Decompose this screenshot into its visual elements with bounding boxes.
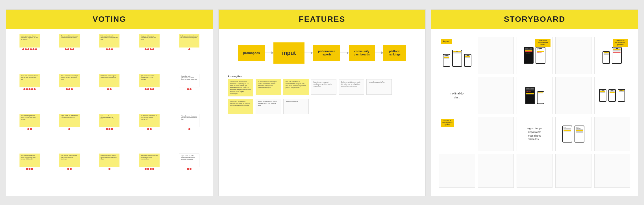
phone-price: R$120,00 — [525, 87, 535, 104]
sticky-note: Temporibus autem quibusdam officiis debi… — [139, 154, 160, 167]
list-item: Quis autem vel eum iure reprehenderit qu… — [131, 74, 168, 111]
list-item: Quis autem vel eum iure reprehenderit qu… — [91, 114, 128, 151]
list-item: Nam libero tempore cum soluta nobis elig… — [11, 154, 48, 191]
flow-node-community: community dashboards — [349, 45, 375, 61]
list-item: At vero eos et accusamus et iusto odio d… — [131, 114, 168, 151]
list-item: Itaque earum rerum hic tenetur a sapient… — [51, 114, 88, 151]
mind-map-section: Promoções Lorem ipsum dolor sit amet con… — [224, 75, 421, 114]
mind-nodes: Lorem ipsum dolor sit amet consectetur a… — [228, 79, 416, 114]
sticky-note: Excepteur sint occaecat cupidatat non pr… — [139, 34, 160, 48]
flow-node-input: input — [273, 42, 304, 64]
sb-tag-right: seleção derecompensasem dia — [535, 39, 551, 47]
sb-cell-text-nofinal: no final dodia... — [439, 77, 475, 114]
sb-cell-blank-8 — [478, 154, 514, 188]
phone-icon-small — [537, 91, 544, 104]
phones-group — [442, 49, 472, 67]
sticky-note: At vero eos et accusamus et iusto odio d… — [139, 114, 160, 127]
sb-cell-blank-4 — [555, 77, 591, 114]
mind-note: Lorem ipsum dolor sit amet consectetur a… — [228, 79, 253, 96]
phones-group-3 — [602, 46, 622, 64]
sticky-note-white: Itaque earum rerum hic tenetur sapiente … — [179, 154, 199, 167]
sb-cell-blank-5 — [478, 117, 514, 151]
sb-cell-blank — [478, 37, 514, 74]
sb-cell-blank-6 — [594, 117, 630, 151]
phone-icon-large — [612, 47, 622, 64]
storyboard-grid: input — [436, 34, 633, 191]
phone-chat-1: Chat — [562, 126, 572, 143]
voting-header: VOTING — [6, 10, 213, 29]
sb-cell-blank-7 — [439, 154, 475, 188]
flow-node-performance: performance reports — [313, 45, 340, 61]
sticky-note: Duis aute irure dolor in reprehenderit i… — [99, 34, 119, 48]
sticky-note: Nemo enim ipsam voluptatem quia voluptas… — [19, 74, 40, 87]
list-item: Lorem ipsum dolor sit amet consectetur a… — [11, 34, 48, 71]
sb-cell-blank-3 — [478, 77, 514, 114]
sb-text-algum: algum tempodepois commais dadoscoletados… — [526, 125, 543, 142]
flow-node-promocoes: promoções — [238, 45, 265, 61]
sb-cell-blank-2 — [555, 37, 591, 74]
mind-note: Duis aute irure dolor in reprehenderit i… — [283, 79, 309, 95]
voting-body: Lorem ipsum dolor sit amet consectetur a… — [6, 29, 213, 196]
flow-arrow-3 — [340, 53, 349, 53]
list-item: Itaque earum rerum hic tenetur sapiente … — [171, 154, 208, 191]
storyboard-title: STORYBOARD — [437, 15, 632, 24]
sticky-note-highlight: Quis autem vel eum iure reprehenderit qu… — [99, 114, 119, 127]
flow-node-platform: platform rankings — [383, 45, 406, 61]
features-title: FEATURES — [224, 15, 420, 24]
list-item: Temporibus autem quibusdam officiis debi… — [131, 154, 168, 191]
sticky-note: Quis autem vel eum iure reprehenderit qu… — [139, 74, 160, 87]
sticky-note-white: Temporibus autem quibusdam et aut offici… — [179, 74, 199, 87]
sb-cell-gastos: seleção derecompensasgastos! — [439, 117, 475, 151]
sb-input-tag: input — [441, 39, 452, 44]
storyboard-panel: STORYBOARD input — [431, 9, 638, 196]
panels-container: VOTING Lorem ipsum dolor sit amet consec… — [6, 9, 638, 196]
sticky-note: Ut labore et dolore magnam aliquam quaer… — [99, 74, 119, 87]
sb-cell-algum: algum tempodepois commais dadoscoletados… — [517, 117, 552, 151]
sb-cell-blank-11 — [594, 154, 630, 188]
sticky-note-white: Finibus bonorum et malorum quis nostrum … — [179, 114, 199, 127]
sticky-note: Ut enim ad minima veniam quis nostrum ex… — [99, 154, 119, 167]
list-item: Nemo enim ipsam voluptatem quia voluptas… — [11, 74, 48, 111]
features-body: promoções input performance reports comm… — [219, 29, 426, 196]
features-panel: FEATURES promoções input performance rep… — [218, 9, 426, 196]
mind-note-white: Excepteur sint occaecat cupidatat non pr… — [311, 79, 336, 95]
sb-text-nofinal: no final dodia... — [449, 90, 465, 101]
flow-arrow-4 — [375, 53, 383, 53]
mind-note-white: Nam libero tempore... — [283, 99, 309, 114]
phone-icon — [464, 54, 471, 67]
sb-gastos-tag: seleção derecompensasgastos! — [441, 119, 454, 127]
phone-icon-a — [599, 89, 606, 102]
phone-icon — [452, 50, 462, 67]
sticky-note: Sed ut perspiciatis unde omnis iste natu… — [179, 34, 199, 48]
phone-icon: R$ 120,00 — [524, 47, 534, 64]
list-item: Quis nostrum exercitationem ullam corpor… — [51, 154, 88, 191]
list-item: Finibus bonorum et malorum quis nostrum … — [171, 114, 208, 151]
sticky-note: Quis nostrum exercitationem ullam corpor… — [59, 154, 80, 167]
list-item: Excepteur sint occaecat cupidatat non pr… — [131, 34, 168, 71]
sb-cell-phone-detail: seleção derecompensaspossivel — [594, 37, 630, 74]
sticky-note: Lorem ipsum dolor sit amet consectetur a… — [19, 34, 40, 48]
sb-cell-blank-9 — [517, 154, 552, 188]
two-phones-group: Chat Todos preferidos — [562, 125, 585, 143]
mind-note: Quis autem vel eum iure reprehenderit qu… — [228, 99, 253, 114]
features-header: FEATURES — [219, 10, 426, 29]
list-item: Sed ut perspiciatis unde omnis iste natu… — [171, 34, 208, 71]
voting-title: VOTING — [12, 15, 207, 24]
phone-icon: 32 209m 25m 12+ R$120,00 — [536, 47, 545, 64]
flow-arrow-1 — [265, 53, 273, 53]
mind-note-white: Sed ut perspiciatis unde omnis iste natu… — [339, 79, 364, 95]
storyboard-header: STORYBOARD — [431, 10, 638, 29]
voting-panel: VOTING Lorem ipsum dolor sit amet consec… — [6, 9, 213, 196]
flow-arrow-2 — [304, 53, 313, 53]
mind-note-white: Neque porro quisquam est qui dolorem ips… — [256, 99, 281, 114]
sticky-note: Nam libero tempore cum soluta nobis elig… — [19, 154, 40, 167]
sb-tag-detail: seleção derecompensaspossivel — [613, 39, 628, 47]
list-item: Neque porro quisquam est qui dolorem ips… — [51, 74, 88, 111]
flow-diagram: promoções input performance reports comm… — [224, 42, 421, 64]
phones-group-2: R$ 120,00 32 209m 25m 12+ R$120,00 — [523, 46, 546, 64]
sticky-note: Nam libero tempore cum soluta nobis elig… — [19, 114, 40, 127]
sticky-note: Ut enim ad minim veniam quis nostrud exe… — [59, 34, 80, 48]
sb-cell-price: R$120,00 — [517, 77, 552, 114]
mind-map-title: Promoções — [228, 75, 416, 78]
list-item: Temporibus autem quibusdam et aut offici… — [171, 74, 208, 111]
